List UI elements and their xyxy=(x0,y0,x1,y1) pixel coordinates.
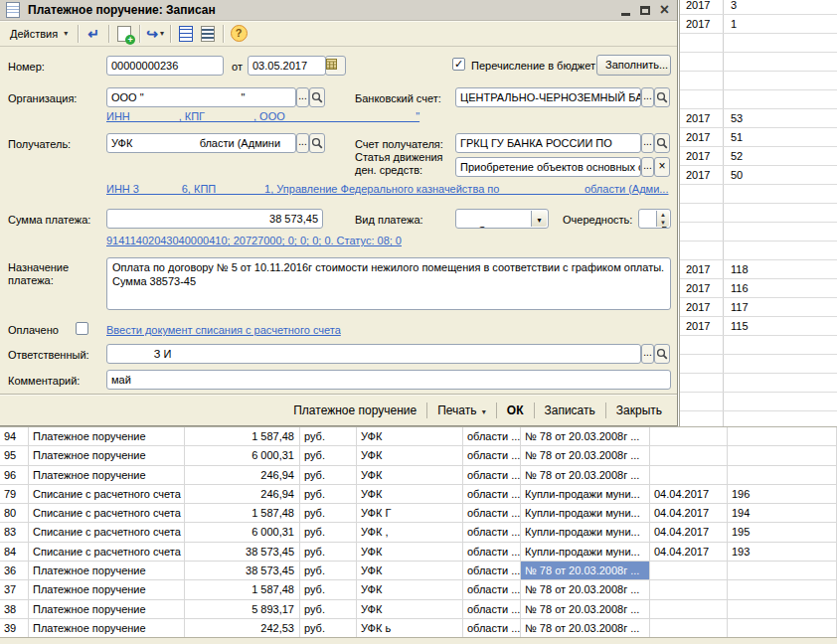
cell-date[interactable] xyxy=(650,427,728,445)
cell-date[interactable]: 04.04.2017 xyxy=(650,504,728,522)
strip-number-cell[interactable]: 118 xyxy=(724,260,837,278)
cell-doctype[interactable]: Платежное поручение xyxy=(29,600,185,618)
journal-strip-row[interactable]: 20171 xyxy=(680,15,837,34)
cell-currency[interactable]: руб. xyxy=(300,580,357,598)
organization-search-button[interactable] xyxy=(309,87,325,107)
cell-basis[interactable]: Купли-продажи муни... xyxy=(521,543,650,561)
cell-currency[interactable]: руб. xyxy=(300,619,357,637)
journal-strip-row[interactable]: 2017116 xyxy=(680,279,837,298)
cell-amount[interactable]: 38 573,45 xyxy=(185,543,300,561)
cell-rownum[interactable]: 36 xyxy=(0,562,29,579)
journal-strip-row[interactable] xyxy=(680,72,837,90)
cell-doctype[interactable]: Списание с расчетного счета xyxy=(29,543,185,561)
cell-region[interactable]: области ... xyxy=(463,504,521,522)
strip-year-cell[interactable]: 2017 xyxy=(680,15,724,33)
payee-select-button[interactable]: ... xyxy=(296,133,309,153)
cell-basis[interactable]: № 78 от 20.03.2008г ... xyxy=(521,427,650,445)
cell-amount[interactable]: 1 587,48 xyxy=(185,580,300,598)
strip-number-cell[interactable] xyxy=(724,204,837,222)
stepper-up-icon[interactable]: ▲ xyxy=(657,211,669,219)
strip-year-cell[interactable]: 2017 xyxy=(680,166,724,184)
cell-amount[interactable]: 6 000,31 xyxy=(185,523,300,541)
cell-region[interactable]: области ... xyxy=(463,446,521,464)
responsible-select-button[interactable]: ... xyxy=(641,344,654,364)
cell-counterparty[interactable]: УФК xyxy=(357,580,463,598)
cell-counterparty[interactable]: УФК xyxy=(357,427,463,445)
paid-checkbox[interactable] xyxy=(76,322,88,335)
journal-strip-row[interactable]: 2017115 xyxy=(680,317,837,336)
strip-number-cell[interactable] xyxy=(724,34,837,52)
number-input[interactable]: 00000000236 xyxy=(106,56,224,76)
cell-doctype[interactable]: Платежное поручение xyxy=(29,446,185,464)
cell-region[interactable]: области ... xyxy=(463,485,521,503)
cell-amount[interactable]: 246,94 xyxy=(185,485,300,503)
cell-region[interactable]: области ... xyxy=(463,600,521,618)
cell-date[interactable] xyxy=(650,600,728,618)
stepper-down-icon[interactable]: ▼ xyxy=(657,219,669,227)
strip-year-cell[interactable] xyxy=(680,204,724,222)
cell-region[interactable]: области ... xyxy=(463,427,521,445)
strip-number-cell[interactable]: 115 xyxy=(724,317,837,335)
cell-doctype[interactable]: Списание с расчетного счета xyxy=(29,485,185,503)
journal-strip-row[interactable] xyxy=(680,204,837,223)
kbk-status-link[interactable]: 91411402043040000410; 20727000; 0; 0; 0;… xyxy=(106,235,669,246)
cell-doctype[interactable]: Платежное поручение xyxy=(29,562,185,579)
cell-date[interactable] xyxy=(650,446,728,464)
document-list-button[interactable] xyxy=(175,24,197,44)
strip-year-cell[interactable]: 2017 xyxy=(680,147,724,165)
cell-amount[interactable]: 38 573,45 xyxy=(185,562,300,579)
document-structure-button[interactable] xyxy=(197,24,219,44)
ok-button[interactable]: ОК xyxy=(498,401,533,420)
responsible-search-button[interactable] xyxy=(654,344,670,364)
payee-account-input[interactable]: ГРКЦ ГУ БАНКА РОССИИ ПО xyxy=(455,133,641,153)
cell-counterparty[interactable]: УФК , xyxy=(357,523,463,541)
strip-number-cell[interactable]: 53 xyxy=(724,109,837,127)
payee-inn-link[interactable]: ИНН 3 6, КПП 1, Управление Федерального … xyxy=(106,183,669,195)
cell-doctype[interactable]: Платежное поручение xyxy=(29,619,185,637)
payee-account-search-button[interactable] xyxy=(654,133,670,153)
journal-row[interactable]: 95Платежное поручение6 000,31руб.УФКобла… xyxy=(0,446,837,465)
cell-date[interactable] xyxy=(650,580,728,598)
go-to-button[interactable]: ↪ ▾ xyxy=(144,24,166,44)
actions-button[interactable]: Действия ▾ xyxy=(4,25,74,43)
journal-strip-row[interactable]: 20173 xyxy=(680,0,837,15)
close-icon[interactable]: × xyxy=(660,3,669,17)
cell-region[interactable]: области ... xyxy=(463,619,521,637)
cell-amount[interactable]: 242,53 xyxy=(185,619,300,637)
cell-date[interactable]: 04.04.2017 xyxy=(650,543,728,561)
cell-counterparty[interactable]: УФК ь xyxy=(357,619,463,637)
journal-strip-row[interactable]: 201752 xyxy=(680,147,837,166)
cell-basis[interactable]: Купли-продажи муни... xyxy=(521,523,650,541)
strip-year-cell[interactable]: 2017 xyxy=(680,279,724,297)
strip-number-cell[interactable] xyxy=(724,53,837,71)
journal-row[interactable]: 36Платежное поручение38 573,45руб.УФКобл… xyxy=(0,562,837,580)
cashflow-article-select-button[interactable]: ... xyxy=(641,157,654,177)
cell-counterparty[interactable]: УФК xyxy=(357,543,463,561)
cell-counterparty[interactable]: УФК xyxy=(357,600,463,618)
cell-date[interactable] xyxy=(650,466,728,484)
cell-rownum[interactable]: 79 xyxy=(0,485,29,503)
strip-year-cell[interactable] xyxy=(680,393,724,410)
save-button[interactable]: Записать xyxy=(536,401,604,420)
journal-strip-row[interactable] xyxy=(680,355,837,374)
print-button[interactable]: Печать ▾ xyxy=(428,401,495,420)
strip-year-cell[interactable] xyxy=(680,223,724,241)
strip-year-cell[interactable] xyxy=(680,72,724,89)
strip-year-cell[interactable]: 2017 xyxy=(680,128,724,146)
journal-strip-row[interactable]: 201750 xyxy=(680,166,837,185)
cell-basis[interactable]: Купли-продажи муни... xyxy=(521,504,650,522)
journal-row[interactable]: 37Платежное поручение1 587,48руб.УФКобла… xyxy=(0,580,837,599)
maximize-icon[interactable] xyxy=(640,6,650,15)
cell-docnum[interactable] xyxy=(728,619,837,637)
cell-basis[interactable]: № 78 от 20.03.2008г ... xyxy=(521,600,650,618)
journal-row[interactable]: 94Платежное поручение1 587,48руб.УФКобла… xyxy=(0,427,837,446)
cell-counterparty[interactable]: УФК xyxy=(357,446,463,464)
journal-row[interactable]: 96Платежное поручение246,94руб.УФКобласт… xyxy=(0,466,837,485)
journal-row[interactable]: 80Списание с расчетного счета1 587,48руб… xyxy=(0,504,837,523)
close-button[interactable]: Закрыть xyxy=(607,401,671,420)
journal-strip-row[interactable] xyxy=(680,185,837,204)
cell-counterparty[interactable]: УФК xyxy=(357,466,463,484)
cell-currency[interactable]: руб. xyxy=(300,523,357,541)
cell-currency[interactable]: руб. xyxy=(300,427,357,445)
cell-basis[interactable]: № 78 от 20.03.2008г ... xyxy=(521,580,650,598)
